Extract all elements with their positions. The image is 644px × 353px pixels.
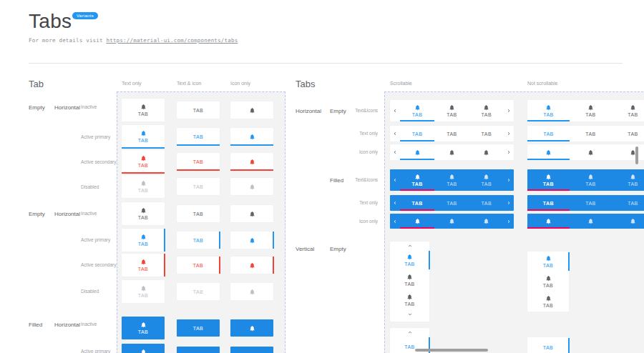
- tab-cell[interactable]: TAB: [122, 125, 165, 148]
- tab-item[interactable]: TAB: [527, 169, 570, 191]
- tab-cell[interactable]: TAB: [122, 150, 165, 173]
- tab-item[interactable]: TAB: [434, 126, 469, 141]
- tab-item[interactable]: TAB: [390, 290, 429, 310]
- tab-item[interactable]: [570, 144, 612, 160]
- chevron-up-icon[interactable]: [390, 242, 429, 250]
- tab-item[interactable]: [527, 214, 570, 229]
- tab-cell[interactable]: [230, 128, 273, 145]
- tab-cell[interactable]: TAB: [122, 99, 165, 121]
- tab-cell[interactable]: [230, 257, 273, 274]
- tabs-bar-not-scrollable[interactable]: TABTABTAB: [527, 169, 644, 191]
- tab-item[interactable]: TAB: [527, 252, 569, 272]
- tab-cell[interactable]: [230, 347, 273, 353]
- tab-item[interactable]: TAB: [612, 169, 644, 191]
- chevron-up-icon[interactable]: [390, 328, 429, 337]
- tab-item[interactable]: TAB: [612, 100, 644, 121]
- chevron-right-icon[interactable]: [504, 169, 514, 191]
- chevron-left-icon[interactable]: [390, 100, 400, 121]
- tab-item[interactable]: [612, 144, 644, 160]
- tab-item[interactable]: [612, 214, 644, 229]
- tab-item[interactable]: [469, 214, 504, 229]
- tab-item[interactable]: TAB: [400, 195, 434, 211]
- tab-item[interactable]: TAB: [612, 195, 644, 211]
- tabs-bar-scrollable[interactable]: TABTABTAB: [390, 195, 514, 211]
- tabs-bar-scrollable[interactable]: TABTABTAB: [390, 100, 514, 121]
- tabs-vertical-scrollable[interactable]: TABTABTAB: [390, 242, 429, 322]
- vertical-scrollbar-thumb[interactable]: [635, 146, 638, 164]
- tab-cell[interactable]: TAB: [177, 205, 220, 222]
- chevron-right-icon[interactable]: [504, 100, 514, 121]
- tab-item[interactable]: TAB: [612, 126, 644, 141]
- tab-cell[interactable]: TAB: [177, 319, 220, 337]
- tabs-bar-scrollable[interactable]: [390, 214, 514, 229]
- tabs-bar-not-scrollable[interactable]: TABTABTAB: [527, 126, 644, 141]
- chevron-left-icon[interactable]: [390, 214, 400, 229]
- tab-cell[interactable]: [230, 101, 273, 119]
- tab-cell[interactable]: TAB: [177, 153, 220, 170]
- tab-item[interactable]: TAB: [527, 126, 570, 141]
- tab-item[interactable]: TAB: [400, 100, 434, 121]
- tab-cell[interactable]: [230, 232, 273, 249]
- tab-item[interactable]: [400, 144, 434, 160]
- tab-cell[interactable]: [230, 319, 273, 337]
- tabs-bar-not-scrollable[interactable]: TABTABTAB: [527, 100, 644, 121]
- horizontal-scrollbar-thumb[interactable]: [415, 349, 488, 352]
- tab-cell[interactable]: TAB: [177, 178, 220, 195]
- tab-item[interactable]: TAB: [400, 126, 434, 141]
- tab-item[interactable]: TAB: [400, 169, 434, 191]
- tab-cell[interactable]: TAB: [122, 254, 165, 277]
- tab-cell[interactable]: [230, 153, 273, 170]
- chevron-left-icon[interactable]: [390, 195, 400, 211]
- tab-cell[interactable]: TAB: [122, 229, 165, 252]
- chevron-down-icon[interactable]: [390, 310, 429, 319]
- tab-cell[interactable]: TAB: [177, 232, 220, 249]
- tab-item[interactable]: [434, 144, 469, 160]
- tab-item[interactable]: TAB: [570, 126, 612, 141]
- tab-cell[interactable]: [230, 178, 273, 195]
- tab-item[interactable]: [469, 144, 504, 160]
- docs-link[interactable]: https://material-ui.com/components/tabs: [106, 37, 238, 44]
- tab-cell[interactable]: TAB: [122, 317, 165, 339]
- tabs-bar-not-scrollable[interactable]: TABTABTAB: [527, 195, 644, 211]
- tab-cell[interactable]: TAB: [122, 202, 165, 225]
- chevron-right-icon[interactable]: [504, 144, 514, 160]
- tab-item[interactable]: TAB: [527, 272, 569, 292]
- tab-item[interactable]: TAB: [390, 250, 429, 270]
- tab-item[interactable]: TAB: [570, 100, 612, 121]
- tab-item[interactable]: TAB: [434, 100, 469, 121]
- tabs-bar-not-scrollable[interactable]: [527, 214, 644, 229]
- tab-item[interactable]: [570, 214, 612, 229]
- tab-cell[interactable]: TAB: [122, 175, 165, 198]
- chevron-right-icon[interactable]: [504, 195, 514, 211]
- chevron-left-icon[interactable]: [390, 144, 400, 160]
- tab-item[interactable]: [527, 144, 570, 160]
- tab-cell[interactable]: TAB: [122, 280, 165, 303]
- chevron-left-icon[interactable]: [390, 126, 400, 141]
- tabs-vertical-not-scrollable[interactable]: TAB: [527, 337, 569, 353]
- tab-item[interactable]: TAB: [527, 195, 570, 211]
- tab-cell[interactable]: TAB: [177, 257, 220, 274]
- tab-item[interactable]: [434, 214, 469, 229]
- tab-cell[interactable]: TAB: [177, 283, 220, 300]
- tab-item[interactable]: TAB: [434, 169, 469, 191]
- tabs-bar-scrollable[interactable]: TABTABTAB: [390, 126, 514, 141]
- tab-item[interactable]: TAB: [527, 100, 570, 121]
- chevron-right-icon[interactable]: [504, 126, 514, 141]
- tab-cell[interactable]: TAB: [177, 101, 220, 119]
- tab-cell[interactable]: TAB: [177, 128, 220, 145]
- tab-item[interactable]: TAB: [469, 100, 504, 121]
- tab-cell[interactable]: TAB: [122, 344, 165, 353]
- tab-cell[interactable]: TAB: [177, 347, 220, 353]
- tabs-bar-scrollable[interactable]: [390, 144, 514, 160]
- tab-item[interactable]: TAB: [570, 195, 612, 211]
- tab-item[interactable]: TAB: [527, 337, 569, 353]
- tab-item[interactable]: TAB: [527, 292, 569, 312]
- tab-item[interactable]: TAB: [390, 270, 429, 290]
- tab-item[interactable]: TAB: [434, 195, 469, 211]
- tab-cell[interactable]: [230, 205, 273, 222]
- chevron-right-icon[interactable]: [504, 214, 514, 229]
- tab-item[interactable]: TAB: [469, 169, 504, 191]
- tabs-vertical-not-scrollable[interactable]: TABTABTAB: [527, 252, 569, 312]
- tab-item[interactable]: TAB: [469, 126, 504, 141]
- tab-item[interactable]: TAB: [570, 169, 612, 191]
